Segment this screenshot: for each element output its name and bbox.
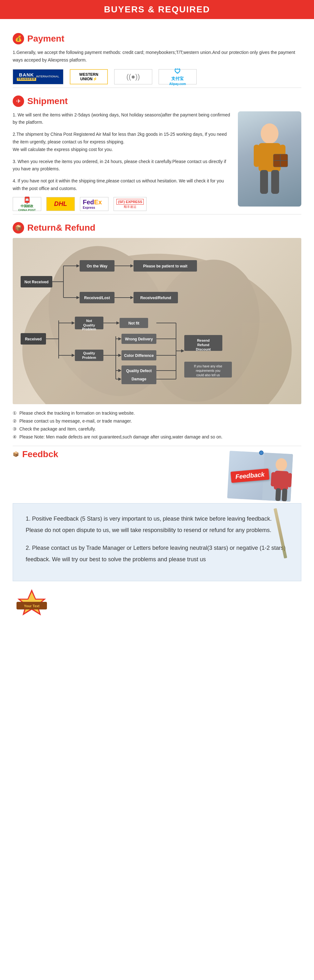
svg-marker-54 bbox=[118, 337, 122, 340]
svg-marker-21 bbox=[130, 264, 133, 267]
shipment-image-column bbox=[238, 111, 301, 211]
shipment-container: 1. We will sent the items within 2-5days… bbox=[13, 111, 301, 211]
page-header: BUYERS & REQUIRED bbox=[0, 0, 314, 19]
page-title: BUYERS & REQUIRED bbox=[0, 5, 314, 14]
payment-section-header: 💰 Payment bbox=[13, 33, 301, 45]
moneybookers-icon: ((●)) bbox=[127, 73, 140, 81]
star-badge-container: Your Text bbox=[13, 587, 51, 619]
svg-text:Received/Lost: Received/Lost bbox=[84, 296, 110, 300]
feedback-image-area: Feedback bbox=[228, 449, 301, 503]
svg-marker-17 bbox=[76, 264, 79, 267]
svg-marker-76 bbox=[181, 349, 184, 352]
svg-text:Problem: Problem bbox=[82, 356, 96, 360]
shipment-icon: ✈ bbox=[13, 95, 24, 107]
svg-rect-88 bbox=[271, 472, 276, 486]
sf-express-logo: (SF) EXPRESS 顺丰速运 bbox=[114, 197, 146, 211]
shipment-point-1: 1. We will sent the items within 2-5days… bbox=[13, 111, 232, 127]
svg-rect-91 bbox=[282, 488, 287, 501]
feedback-icon: 📦 bbox=[13, 451, 19, 457]
svg-text:Please be patient to wait: Please be patient to wait bbox=[143, 264, 187, 269]
payment-logos-row: BANK TRANSFER INTERNATIONAL WESTERN UNIO… bbox=[13, 69, 301, 84]
svg-marker-43 bbox=[116, 321, 120, 325]
payment-description: 1.Generally, we accept the following pay… bbox=[13, 49, 301, 64]
divider-2 bbox=[13, 214, 301, 215]
feedback-point-2: 2. Please contact us by Trade Manager or… bbox=[26, 542, 288, 565]
dollar-icon: 💰 bbox=[15, 35, 22, 42]
refund-note-2: ② Please contact us by meesage, e-mail, … bbox=[13, 417, 301, 425]
refund-note-1: ① Please check the tracking in formation… bbox=[13, 409, 301, 417]
shipment-section-header: ✈ Shipment bbox=[13, 95, 301, 107]
shipment-point-3: 3. When you receive the items you ordere… bbox=[13, 158, 232, 173]
refund-title: Return& Refund bbox=[27, 223, 95, 233]
svg-text:Discount: Discount bbox=[196, 347, 211, 351]
alipay-logo: 🛡 支付宝 Alipay.com bbox=[159, 69, 197, 84]
svg-marker-25 bbox=[76, 296, 79, 299]
refund-diagram-container: Not Received On the Way Please be patien… bbox=[13, 238, 301, 404]
svg-rect-87 bbox=[274, 471, 289, 490]
moneybookers-logo: ((●)) bbox=[114, 69, 152, 84]
refund-notes-list: ① Please check the tracking in formation… bbox=[13, 409, 301, 441]
return-icon: 📦 bbox=[15, 224, 22, 231]
refund-icon: 📦 bbox=[13, 222, 24, 234]
svg-rect-89 bbox=[287, 473, 292, 487]
feedback-point-1: 1. Positive Feedback (5 Stars) is very i… bbox=[26, 513, 288, 536]
carrier-logos-row: 📮 中国邮政 CHINA POST DHL FedEx Express (SF)… bbox=[13, 197, 232, 211]
payment-title: Payment bbox=[27, 33, 64, 44]
feedback-section-header: 📦 Feedbck bbox=[13, 449, 59, 460]
feedback-box-icon: 📦 bbox=[13, 452, 19, 457]
svg-marker-37 bbox=[72, 321, 75, 325]
svg-rect-5 bbox=[271, 170, 279, 194]
svg-marker-29 bbox=[130, 296, 133, 299]
star-badge-area: Your Text bbox=[13, 587, 301, 619]
svg-marker-62 bbox=[118, 369, 122, 372]
svg-marker-58 bbox=[118, 354, 122, 357]
svg-text:Your Text: Your Text bbox=[24, 604, 39, 608]
feedback-title: Feedbck bbox=[22, 449, 59, 460]
shipment-point-2: 2.The shipment by China Post Registered … bbox=[13, 131, 232, 153]
plane-icon: ✈ bbox=[16, 98, 21, 105]
dhl-logo: DHL bbox=[46, 197, 75, 211]
feedback-card: Feedback bbox=[227, 450, 293, 501]
chinapost-logo: 📮 中国邮政 CHINA POST bbox=[13, 197, 41, 211]
svg-text:requirements you: requirements you bbox=[196, 369, 220, 372]
svg-text:On the Way: On the Way bbox=[87, 264, 108, 269]
svg-text:Received/Refund: Received/Refund bbox=[140, 296, 171, 300]
thumbtack bbox=[259, 450, 264, 455]
shipment-text-column: 1. We will sent the items within 2-5days… bbox=[13, 111, 232, 211]
svg-text:Not: Not bbox=[86, 319, 92, 323]
svg-text:If you have any else: If you have any else bbox=[194, 364, 222, 368]
svg-text:Resend: Resend bbox=[197, 339, 210, 342]
svg-text:Color Difference: Color Difference bbox=[124, 353, 154, 358]
svg-text:Problem: Problem bbox=[82, 327, 96, 331]
payment-icon: 💰 bbox=[13, 33, 24, 45]
shipment-title: Shipment bbox=[27, 96, 68, 106]
svg-text:Received: Received bbox=[25, 337, 42, 341]
svg-marker-47 bbox=[72, 354, 75, 357]
svg-rect-4 bbox=[260, 170, 268, 194]
feedback-text-box: 1. Positive Feedback (5 Stars) is very i… bbox=[13, 503, 301, 581]
svg-text:Quality: Quality bbox=[83, 351, 95, 355]
svg-text:Damage: Damage bbox=[132, 377, 146, 381]
svg-rect-90 bbox=[275, 488, 281, 501]
western-union-logo: WESTERN UNION⚡ bbox=[70, 69, 108, 84]
fedex-logo: FedEx Express bbox=[80, 197, 108, 211]
shipment-point-4: 4. If you have not got it within the shi… bbox=[13, 177, 232, 192]
svg-marker-66 bbox=[118, 377, 122, 381]
svg-text:Refund: Refund bbox=[197, 343, 209, 347]
svg-text:Not Received: Not Received bbox=[24, 280, 49, 284]
main-content: 💰 Payment 1.Generally, we accept the fol… bbox=[0, 19, 314, 632]
refund-note-4: ④ Please Note: Men made defects are not … bbox=[13, 433, 301, 441]
delivery-image bbox=[238, 111, 301, 207]
svg-rect-2 bbox=[254, 145, 259, 167]
refund-note-3: ③ Check the package and Item, carefully. bbox=[13, 425, 301, 433]
svg-text:Quality: Quality bbox=[83, 323, 95, 327]
divider-3 bbox=[13, 446, 301, 446]
svg-text:Wrong Delivery: Wrong Delivery bbox=[125, 337, 153, 341]
refund-section-header: 📦 Return& Refund bbox=[13, 222, 301, 234]
svg-point-0 bbox=[261, 123, 279, 144]
svg-text:could also tell us: could also tell us bbox=[196, 374, 220, 377]
feedback-title-row: 📦 Feedbck bbox=[13, 449, 301, 503]
divider-1 bbox=[13, 88, 301, 88]
svg-text:Quality Defect: Quality Defect bbox=[126, 369, 152, 373]
svg-text:Not fit: Not fit bbox=[128, 321, 140, 326]
